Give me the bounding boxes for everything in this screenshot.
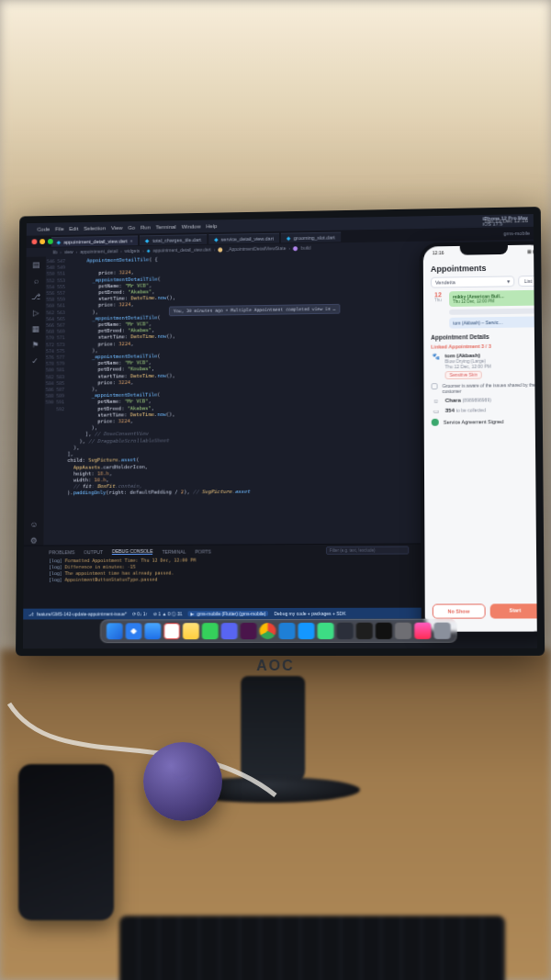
activity-bar: ▤ ⌕ ⎇ ▷ ▦ ⚑ ✓ ☺ ⚙ xyxy=(24,256,46,545)
physical-phone xyxy=(18,764,114,920)
macos-dock xyxy=(100,619,457,644)
dock-terminal-icon[interactable] xyxy=(376,623,392,639)
agreement-status: Service Agreement Signed xyxy=(444,419,504,425)
menu-help[interactable]: Help xyxy=(206,223,217,229)
panel-tab-ports[interactable]: PORTS xyxy=(195,548,211,554)
extensions-icon[interactable]: ▦ xyxy=(31,324,40,333)
menu-run[interactable]: Run xyxy=(141,225,151,231)
dart-file-icon: ◆ xyxy=(57,239,62,244)
view-toggle[interactable]: List xyxy=(519,276,537,287)
account-icon[interactable]: ☺ xyxy=(29,520,39,529)
dock-messages-icon[interactable] xyxy=(202,623,219,639)
dart-file-icon: ◆ xyxy=(145,238,150,243)
chevron-down-icon: ▾ xyxy=(508,278,511,284)
battery-icon: ▦ ▮ xyxy=(527,248,536,257)
tab-grooming-slot[interactable]: ◆ grooming_slot.dart xyxy=(281,231,341,242)
pet-tag: Sensitive Skin xyxy=(445,371,482,379)
consent-checkbox[interactable] xyxy=(432,383,438,389)
branch-dropdown[interactable]: Vendetta ▾ xyxy=(431,276,515,287)
groomer-phone: (8989898989) xyxy=(462,397,490,402)
status-sync[interactable]: ⟳ 0↓ 1↑ xyxy=(132,611,148,616)
panel-tab-terminal[interactable]: TERMINAL xyxy=(162,548,186,554)
dock-simulator-icon[interactable] xyxy=(337,623,354,639)
panel-tab-debug-console[interactable]: DEBUG CONSOLE xyxy=(112,548,153,555)
notch xyxy=(460,245,508,255)
menu-window[interactable]: Window xyxy=(182,224,201,230)
gitlens-hover: You, 30 minutes ago • Multiple Appointme… xyxy=(169,304,341,317)
stress-ball xyxy=(143,742,222,821)
menu-terminal[interactable]: Terminal xyxy=(156,224,176,230)
menu-go[interactable]: Go xyxy=(128,225,135,231)
traffic-min-icon[interactable] xyxy=(39,239,45,244)
dock-vscode-icon[interactable] xyxy=(278,623,295,639)
dock-settings-icon[interactable] xyxy=(395,623,411,639)
dock-music-icon[interactable] xyxy=(414,623,431,639)
ios-simulator: 12:16 ▦ ▮ Appointments Vendetta ▾ List 1… xyxy=(420,241,537,635)
menu-view[interactable]: View xyxy=(111,225,123,231)
menu-code[interactable]: Code xyxy=(37,227,50,232)
dock-slack-icon[interactable] xyxy=(241,623,257,639)
tab-appointment-detail[interactable]: ◆ appointment_detail_view.dart × xyxy=(51,235,139,246)
gear-icon[interactable]: ⚙ xyxy=(29,536,39,546)
person-icon: ☺ xyxy=(432,398,441,404)
close-icon[interactable]: × xyxy=(129,238,132,243)
scm-icon[interactable]: ⎇ xyxy=(31,292,40,301)
simulator-device-label: iPhone 12 Pro Max iOS 17.5 xyxy=(483,215,528,227)
menu-selection[interactable]: Selection xyxy=(84,225,106,231)
flutter-icon[interactable]: ⚑ xyxy=(31,341,40,350)
dock-mail-icon[interactable] xyxy=(144,623,161,639)
linked-appointment-link[interactable]: Linked Appointment 3 / 3 xyxy=(431,343,537,349)
monitor: Code File Edit Selection View Go Run Ter… xyxy=(16,207,545,656)
appointment-time: Thu 12 Dec, 12:00 PM xyxy=(444,364,490,370)
start-button[interactable]: Start xyxy=(489,603,537,618)
window-title: gms-mobile xyxy=(503,231,530,236)
traffic-close-icon[interactable] xyxy=(32,239,38,244)
appointment-chip-selected[interactable]: tom (Akbash) – Servic… xyxy=(449,316,537,328)
traffic-max-icon[interactable] xyxy=(48,239,53,244)
dock-calendar-icon[interactable] xyxy=(163,623,180,639)
paw-icon: 🐾 xyxy=(431,353,440,379)
no-show-button[interactable]: No Show xyxy=(433,603,485,618)
dock-discord-icon[interactable] xyxy=(221,623,238,639)
dock-figma-icon[interactable] xyxy=(356,623,373,639)
tab-service-detail[interactable]: ◆ service_detail_view.dart xyxy=(208,232,279,243)
dart-file-icon: ◆ xyxy=(287,235,291,241)
menu-edit[interactable]: Edit xyxy=(69,226,78,231)
price-label: to be collected xyxy=(455,407,486,412)
dock-finder-icon[interactable] xyxy=(107,623,123,639)
appointment-chip[interactable] xyxy=(449,309,537,315)
dock-safari-icon[interactable] xyxy=(126,623,142,639)
dart-file-icon: ◆ xyxy=(214,236,219,242)
panel-tab-output[interactable]: OUTPUT xyxy=(84,549,103,555)
panel-filter-input[interactable]: Filter (e.g. text, !exclude) xyxy=(326,546,409,555)
line-gutter: 546 547 548 549 550 551 552 553 554 555 … xyxy=(43,256,69,546)
status-problems[interactable]: ⊘ 1 ▲ 0 ⓘ 31 xyxy=(153,611,183,616)
calendar-day[interactable]: 12 Thu xyxy=(431,291,445,329)
search-icon[interactable]: ⌕ xyxy=(31,276,40,286)
dock-chrome-icon[interactable] xyxy=(260,623,276,639)
page-title: Appointments xyxy=(431,263,537,274)
dock-notes-icon[interactable] xyxy=(183,623,199,639)
explorer-icon[interactable]: ▤ xyxy=(31,260,40,269)
test-icon[interactable]: ✓ xyxy=(30,356,39,366)
monitor-brand: AOC xyxy=(256,658,295,674)
consent-text: Groomer is aware of the issues shared by… xyxy=(443,382,537,394)
status-debug-mode[interactable]: Debug my code + packages + SDK xyxy=(274,611,345,616)
dock-xcode-icon[interactable] xyxy=(298,623,314,639)
appointment-chip[interactable]: mikky (American Bull… Thu 12 Dec, 12:00 … xyxy=(449,290,537,307)
check-circle-icon xyxy=(432,419,439,426)
price-amount: 354 xyxy=(445,408,455,413)
screen: Code File Edit Selection View Go Run Ter… xyxy=(23,214,537,648)
card-icon: ▭ xyxy=(432,408,441,415)
dock-trash-icon[interactable] xyxy=(433,623,450,639)
panel-tab-problems[interactable]: PROBLEMS xyxy=(49,549,74,555)
debug-icon[interactable]: ▷ xyxy=(31,309,40,318)
status-debug-target[interactable]: ▶ gms-mobile (Flutter) (gms-mobile) xyxy=(188,611,269,616)
dock-android-studio-icon[interactable] xyxy=(318,623,334,639)
status-branch[interactable]: ⎇ feature/GMS-142-update-appointment-iss… xyxy=(28,611,127,616)
sheet-title: Appointment Details xyxy=(431,332,537,340)
menu-file[interactable]: File xyxy=(55,226,63,231)
groomer-name: Chara xyxy=(445,398,461,403)
tab-total-charges[interactable]: ◆ total_charges_tile.dart xyxy=(140,234,207,245)
physical-keyboard xyxy=(119,916,505,980)
